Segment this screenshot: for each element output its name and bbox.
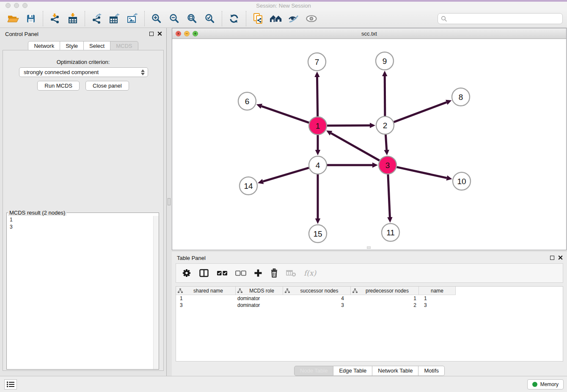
graph-edge-arrowhead	[372, 163, 378, 168]
graph-edge-arrowhead	[315, 218, 320, 224]
cell-shared-name[interactable]: 1	[176, 295, 236, 302]
select-all-button[interactable]	[217, 270, 228, 276]
minimize-window-button[interactable]	[14, 3, 19, 8]
cell-name[interactable]: 1	[419, 295, 456, 302]
show-graphics-details-button[interactable]	[304, 11, 319, 26]
app-window-controls[interactable]	[6, 3, 28, 8]
cell-predecessor-nodes[interactable]: 1	[351, 295, 419, 302]
minimize-network-window-button[interactable]: −	[184, 31, 190, 36]
table-settings-button[interactable]	[182, 268, 191, 278]
graph-edge-1-7[interactable]	[317, 77, 317, 116]
cell-predecessor-nodes[interactable]: 2	[351, 302, 419, 309]
tab-network-table[interactable]: Network Table	[372, 366, 418, 376]
panel-splitter-handle[interactable]	[168, 198, 171, 205]
show-columns-button[interactable]	[199, 268, 209, 278]
mcds-result-item[interactable]: 1	[10, 216, 150, 224]
graph-edge-2-3[interactable]	[385, 135, 386, 150]
graph-node-label: 11	[386, 228, 395, 237]
tab-motifs[interactable]: Motifs	[418, 366, 445, 376]
graph-node-label: 1	[316, 121, 320, 130]
graph-edge-3-11[interactable]	[388, 174, 390, 217]
node-table: shared name MCDS role	[176, 286, 563, 362]
table-row[interactable]: 3 dominator 3 2 3	[176, 302, 563, 309]
network-graph[interactable]: 1234678910111415	[172, 39, 566, 250]
close-panel-icon[interactable]	[157, 31, 162, 36]
tab-edge-table[interactable]: Edge Table	[333, 366, 372, 376]
column-header-mcds-role[interactable]: MCDS role	[236, 287, 283, 295]
table-row[interactable]: 1 dominator 4 1 1	[176, 295, 563, 302]
import-network-button[interactable]	[47, 11, 63, 26]
zoom-in-button[interactable]	[149, 11, 164, 26]
close-window-button[interactable]	[6, 3, 11, 8]
flow-icon	[352, 288, 358, 293]
zoom-window-button[interactable]	[22, 3, 28, 8]
cell-successor-nodes[interactable]: 4	[283, 295, 351, 302]
graph-edge-2-9[interactable]	[385, 76, 385, 116]
close-network-window-button[interactable]: ×	[176, 31, 181, 36]
network-window-titlebar[interactable]: × − + scc.txt	[172, 28, 566, 39]
graph-edge-arrowhead	[256, 104, 262, 109]
zoom-in-icon	[151, 13, 162, 24]
graph-node-label: 14	[244, 182, 253, 190]
mcds-result-item[interactable]: 3	[10, 224, 150, 231]
export-table-button[interactable]	[107, 11, 122, 26]
network-window-resize-grip[interactable]	[367, 246, 371, 249]
delete-table-icon	[286, 269, 296, 277]
table-panel: Table Panel	[172, 252, 567, 376]
toolbar-separator	[246, 11, 246, 26]
cell-mcds-role[interactable]: dominator	[236, 302, 283, 309]
close-panel-button[interactable]: Close panel	[85, 81, 129, 91]
refresh-view-button[interactable]	[226, 11, 242, 26]
task-history-button[interactable]	[4, 379, 17, 389]
save-session-button[interactable]	[23, 11, 39, 26]
deselect-all-button[interactable]	[235, 270, 246, 276]
search-input[interactable]	[449, 15, 559, 22]
graph-edge-4-14[interactable]	[263, 168, 308, 181]
criterion-dropdown-value: strongly connected component	[24, 69, 99, 75]
tab-node-table[interactable]: Node Table	[294, 366, 334, 376]
cell-shared-name[interactable]: 3	[176, 302, 236, 309]
criterion-dropdown[interactable]: strongly connected component	[19, 67, 148, 77]
column-header-successor-nodes[interactable]: successor nodes	[283, 287, 351, 295]
column-header-shared-name[interactable]: shared name	[176, 287, 236, 295]
network-overview-button[interactable]	[268, 11, 284, 26]
graph-edge-arrowhead	[258, 179, 264, 184]
float-table-panel-icon[interactable]	[550, 256, 554, 260]
clone-network-button[interactable]	[250, 11, 266, 26]
delete-column-button[interactable]	[270, 268, 278, 278]
graph-edge-2-8[interactable]	[394, 102, 447, 122]
column-header-predecessor-nodes[interactable]: predecessor nodes	[351, 287, 419, 295]
search-field[interactable]	[438, 13, 563, 24]
cell-successor-nodes[interactable]: 3	[283, 302, 351, 309]
zoom-out-icon	[169, 13, 180, 24]
graph-node-label: 3	[385, 161, 390, 170]
import-table-button[interactable]	[65, 11, 80, 26]
run-mcds-button[interactable]: Run MCDS	[37, 81, 80, 91]
graph-edge-1-2[interactable]	[327, 125, 370, 126]
float-panel-icon[interactable]	[149, 32, 154, 36]
add-column-button[interactable]	[254, 269, 262, 277]
export-network-button[interactable]	[89, 11, 105, 26]
zoom-fit-button[interactable]	[184, 11, 200, 26]
result-scrollbar[interactable]	[153, 216, 159, 369]
open-session-button[interactable]	[6, 11, 21, 26]
mcds-result-list[interactable]: 1 3	[7, 216, 153, 369]
column-header-name[interactable]: name	[419, 287, 456, 295]
cell-mcds-role[interactable]: dominator	[236, 295, 283, 302]
network-canvas[interactable]: 1234678910111415	[172, 39, 566, 250]
graph-edge-1-6[interactable]	[261, 106, 309, 123]
delete-table-button[interactable]	[286, 269, 296, 277]
graph-edge-3-1[interactable]	[331, 133, 379, 161]
close-table-panel-icon[interactable]	[558, 255, 563, 260]
function-builder-button[interactable]: f(x)	[304, 269, 316, 277]
zoom-selected-icon	[204, 13, 215, 24]
export-image-button[interactable]	[125, 11, 140, 26]
zoom-out-button[interactable]	[167, 11, 182, 26]
status-bar: Memory	[0, 376, 567, 392]
memory-button[interactable]: Memory	[527, 379, 564, 389]
cell-name[interactable]: 3	[419, 302, 456, 309]
zoom-selected-button[interactable]	[202, 11, 217, 26]
maximize-network-window-button[interactable]: +	[193, 31, 198, 36]
graph-edge-3-10[interactable]	[396, 167, 446, 178]
hide-graphics-details-button[interactable]	[286, 11, 301, 26]
